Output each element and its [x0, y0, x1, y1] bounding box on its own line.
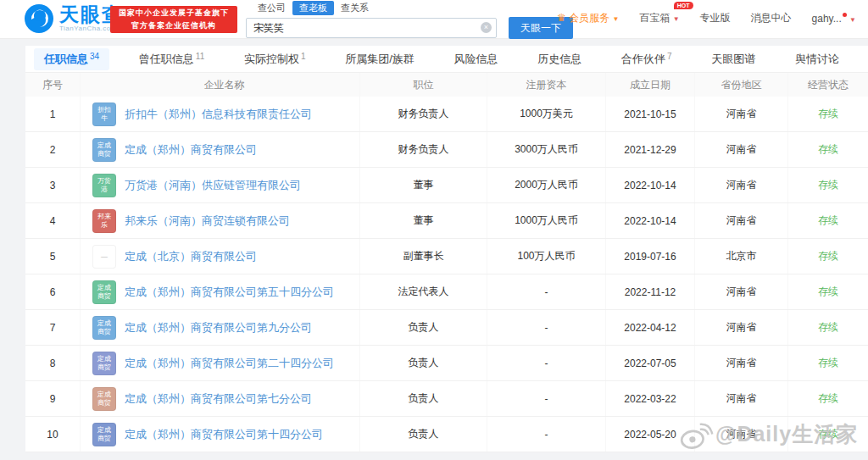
table-row: 5 — 定成（北京）商贸有限公司 副董事长 100万人民币 2019-07-16… [25, 239, 868, 274]
region-cell: 河南省 [695, 381, 788, 416]
region-cell: 河南省 [695, 132, 788, 167]
tab-positions[interactable]: 任职信息34 [34, 48, 109, 70]
tab-graph[interactable]: 天眼图谱 [701, 48, 765, 70]
company-link[interactable]: 定成（北京）商贸有限公司 [125, 249, 257, 264]
company-logo: 定成商贸 [92, 423, 116, 446]
company-link[interactable]: 定成（郑州）商贸有限公司第七分公司 [125, 391, 312, 407]
row-number: 9 [25, 381, 81, 416]
date-cell: 2022-10-14 [606, 203, 695, 238]
status-badge: 存续 [788, 132, 868, 167]
user-account-menu[interactable]: gahy... ▼ [812, 13, 856, 25]
company-link[interactable]: 定成（郑州）商贸有限公司第五十四分公司 [125, 285, 334, 300]
username: gahy... [812, 13, 842, 25]
position-cell: 董事 [360, 203, 487, 238]
top-header: 天眼查 TianYanCha.com 国家中小企业发展子基金旗下 官方备案企业征… [0, 0, 868, 39]
region-cell: 河南省 [695, 97, 788, 131]
region-cell: 河南省 [695, 203, 788, 238]
company-link[interactable]: 定成（郑州）商贸有限公司 [125, 142, 257, 158]
tab-partners[interactable]: 合作伙伴7 [611, 48, 682, 70]
tab-public-opinion[interactable]: 舆情讨论 [785, 48, 849, 70]
capital-cell: 1000万美元 [487, 97, 606, 131]
toolbox-menu[interactable]: 百宝箱 ▼ HOT [639, 11, 679, 25]
row-number: 6 [25, 274, 81, 309]
row-number: 7 [25, 310, 81, 345]
tab-group[interactable]: 所属集团/族群 [335, 48, 425, 70]
tab-former-positions[interactable]: 曾任职信息11 [129, 48, 214, 70]
clear-search-icon[interactable]: × [481, 22, 492, 33]
badge-line2: 官方备案企业征信机构 [110, 19, 237, 32]
table-row: 8 定成商贸 定成（郑州）商贸有限公司第二十四分公司 负责人 - 2022-07… [25, 346, 868, 381]
search-tab-company[interactable]: 查公司 [251, 1, 292, 15]
tianyancha-logo[interactable]: 天眼查 TianYanCha.com [24, 3, 123, 34]
company-cell: 定成商贸 定成（郑州）商贸有限公司第九分公司 [81, 310, 360, 345]
tab-risk-info[interactable]: 风险信息 [444, 48, 509, 70]
company-logo: 定成商贸 [92, 138, 116, 162]
position-cell: 财务负责人 [360, 132, 487, 167]
table-row: 9 定成商贸 定成（郑州）商贸有限公司第七分公司 负责人 - 2022-03-2… [25, 381, 868, 417]
table-row: 2 定成商贸 定成（郑州）商贸有限公司 财务负责人 3000万人民币 2021-… [25, 132, 868, 168]
capital-cell: - [487, 310, 606, 345]
date-cell: 2022-05-20 [606, 417, 695, 452]
company-cell: 折扣牛 折扣牛（郑州）信息科技有限责任公司 [81, 97, 360, 131]
region-cell: 河南省 [695, 310, 788, 345]
company-logo: 邦来乐 [92, 209, 116, 233]
profile-panel: 任职信息34 曾任职信息11 实际控制权1 所属集团/族群 风险信息 历史信息 … [25, 46, 868, 452]
top-nav: ♛ 会员服务 ▼ 百宝箱 ▼ HOT 专业版 消息中心 gahy... ▼ [557, 11, 856, 25]
col-date: 成立日期 [606, 73, 695, 97]
company-cell: 定成商贸 定成（郑州）商贸有限公司第七分公司 [81, 381, 360, 416]
position-cell: 负责人 [360, 310, 487, 345]
company-cell: 万货港 万货港（河南）供应链管理有限公司 [81, 168, 360, 202]
tab-history-info[interactable]: 历史信息 [527, 48, 592, 70]
status-badge: 存续 [788, 346, 868, 380]
capital-cell: - [487, 417, 606, 452]
company-link[interactable]: 折扣牛（郑州）信息科技有限责任公司 [125, 107, 312, 122]
company-logo: 定成商贸 [92, 280, 116, 304]
company-link[interactable]: 定成（郑州）商贸有限公司第十四分公司 [125, 427, 323, 442]
table-row: 6 定成商贸 定成（郑州）商贸有限公司第五十四分公司 法定代表人 - 2022-… [25, 274, 868, 310]
region-cell: 河南省 [695, 417, 788, 452]
capital-cell: - [487, 274, 606, 309]
region-cell: 北京市 [695, 239, 788, 274]
date-cell: 2022-07-05 [606, 346, 695, 380]
hot-badge: HOT [674, 2, 693, 9]
vip-services-menu[interactable]: ♛ 会员服务 ▼ [557, 11, 619, 25]
table-row: 10 定成商贸 定成（郑州）商贸有限公司第十四分公司 负责人 - 2022-05… [25, 417, 868, 452]
col-status: 经营状态 [788, 73, 868, 97]
position-cell: 董事 [360, 168, 487, 202]
search-tab-relation[interactable]: 查关系 [334, 1, 376, 15]
tab-actual-control[interactable]: 实际控制权1 [234, 48, 316, 70]
company-link[interactable]: 邦来乐（河南）商贸连锁有限公司 [125, 213, 290, 229]
chevron-down-icon: ▼ [612, 15, 619, 23]
status-badge: 存续 [788, 203, 868, 238]
col-capital: 注册资本 [487, 73, 606, 97]
status-badge: 存续 [788, 417, 868, 452]
status-badge: 存续 [788, 274, 868, 309]
search-tab-boss[interactable]: 查老板 [292, 1, 334, 15]
company-link[interactable]: 定成（郑州）商贸有限公司第二十四分公司 [125, 356, 334, 371]
company-link[interactable]: 定成（郑州）商贸有限公司第九分公司 [125, 320, 312, 335]
position-cell: 负责人 [360, 346, 487, 380]
status-badge: 存续 [788, 97, 868, 131]
tianyancha-eye-icon [24, 3, 54, 34]
search-type-tabs: 查公司 查老板 查关系 [251, 1, 573, 15]
table-row: 4 邦来乐 邦来乐（河南）商贸连锁有限公司 董事 1000万人民币 2022-1… [25, 203, 868, 239]
notification-dot [843, 13, 847, 17]
company-cell: 邦来乐 邦来乐（河南）商贸连锁有限公司 [81, 203, 360, 238]
capital-cell: 1000万人民币 [487, 203, 606, 238]
row-number: 4 [25, 203, 81, 238]
search-input[interactable] [246, 18, 497, 38]
company-link[interactable]: 万货港（河南）供应链管理有限公司 [125, 178, 301, 193]
col-company: 企业名称 [81, 73, 360, 97]
pro-version-link[interactable]: 专业版 [700, 11, 731, 25]
message-center-link[interactable]: 消息中心 [751, 11, 792, 25]
region-cell: 河南省 [695, 168, 788, 202]
col-position: 职位 [360, 73, 487, 97]
status-badge: 存续 [788, 381, 868, 416]
row-number: 8 [25, 346, 81, 380]
company-cell: 定成商贸 定成（郑州）商贸有限公司 [81, 132, 360, 167]
date-cell: 2019-07-16 [606, 239, 695, 274]
date-cell: 2022-10-14 [606, 168, 695, 202]
company-cell: 定成商贸 定成（郑州）商贸有限公司第十四分公司 [81, 417, 360, 452]
position-cell: 法定代表人 [360, 274, 487, 309]
region-cell: 河南省 [695, 346, 788, 380]
